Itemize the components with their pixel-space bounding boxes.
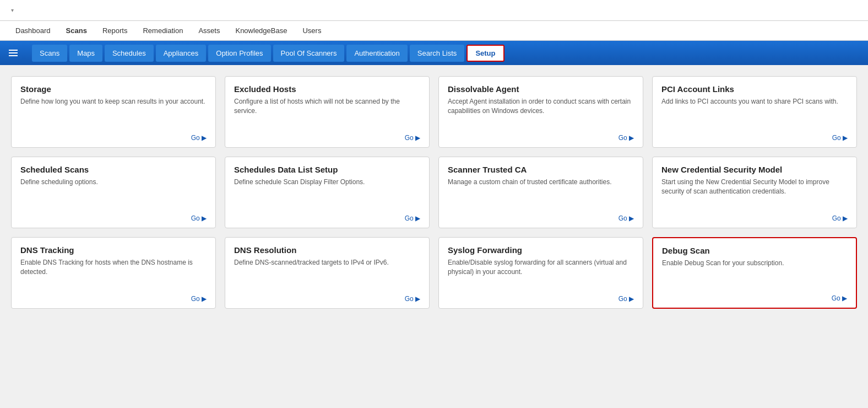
card-desc: Add links to PCI accounts you want to sh… [661, 97, 848, 128]
card-1-1: Schedules Data List SetupDefine schedule… [225, 157, 430, 228]
sub-nav-tab-option-profiles[interactable]: Option Profiles [208, 45, 270, 62]
card-2-2: Syslog ForwardingEnable/Disable syslog f… [438, 237, 643, 309]
card-title: Excluded Hosts [234, 84, 420, 94]
nav-item-reports[interactable]: Reports [95, 22, 135, 39]
card-2-1: DNS ResolutionDefine DNS-scanned/tracked… [225, 237, 430, 309]
scans-list-icon [9, 50, 18, 56]
card-0-1: Excluded HostsConfigure a list of hosts … [225, 76, 430, 148]
card-0-3: PCI Account LinksAdd links to PCI accoun… [652, 76, 857, 148]
card-go-link[interactable]: Go ▶ [405, 295, 420, 303]
card-title: Scheduled Scans [20, 165, 207, 174]
card-title: Dissolvable Agent [448, 84, 634, 94]
cards-grid: StorageDefine how long you want to keep … [11, 76, 857, 309]
card-1-3: New Credential Security ModelStart using… [652, 157, 857, 228]
app-dropdown-arrow[interactable]: ▾ [11, 7, 14, 13]
card-go-link[interactable]: Go ▶ [619, 295, 634, 303]
nav-item-dashboard[interactable]: Dashboard [8, 22, 58, 39]
nav-item-remediation[interactable]: Remediation [135, 22, 191, 39]
card-go-link[interactable]: Go ▶ [405, 214, 420, 222]
main-content: StorageDefine how long you want to keep … [0, 65, 868, 408]
card-desc: Define schedule Scan Display Filter Opti… [234, 178, 420, 208]
card-desc: Enable Debug Scan for your subscription. [662, 259, 847, 288]
sub-nav-tab-appliances[interactable]: Appliances [156, 45, 207, 62]
sub-nav-tab-setup[interactable]: Setup [466, 45, 504, 62]
nav-item-scans[interactable]: Scans [58, 22, 95, 39]
card-title: DNS Tracking [20, 245, 207, 255]
card-desc: Define how long you want to keep scan re… [20, 97, 207, 128]
sub-nav-tab-authentication[interactable]: Authentication [346, 45, 407, 62]
card-desc: Enable DNS Tracking for hosts when the D… [20, 258, 207, 289]
card-desc: Enable/Disable syslog forwarding for all… [448, 258, 634, 289]
card-desc: Manage a custom chain of trusted certifi… [448, 178, 634, 208]
card-go-link[interactable]: Go ▶ [619, 134, 634, 142]
card-2-0: DNS TrackingEnable DNS Tracking for host… [11, 237, 216, 309]
sub-nav-tab-search-lists[interactable]: Search Lists [410, 45, 465, 62]
card-title: PCI Account Links [661, 84, 848, 94]
sub-nav-tabs: ScansMapsSchedulesAppliancesOption Profi… [31, 45, 506, 62]
card-go-link[interactable]: Go ▶ [832, 134, 848, 142]
card-title: Storage [20, 84, 207, 94]
card-0-0: StorageDefine how long you want to keep … [11, 76, 216, 148]
sub-nav-tab-maps[interactable]: Maps [69, 45, 102, 62]
sub-nav-tab-pool-of-scanners[interactable]: Pool Of Scanners [273, 45, 345, 62]
card-1-2: Scanner Trusted CAManage a custom chain … [438, 157, 643, 228]
card-title: Debug Scan [662, 246, 847, 255]
sub-nav: ScansMapsSchedulesAppliancesOption Profi… [0, 41, 868, 65]
card-desc: Start using the New Credential Security … [661, 178, 848, 208]
nav-item-users[interactable]: Users [295, 22, 329, 39]
app-title-area: ▾ [8, 7, 14, 13]
card-go-link[interactable]: Go ▶ [832, 294, 847, 302]
card-desc: Configure a list of hosts which will not… [234, 97, 420, 128]
card-2-3: Debug ScanEnable Debug Scan for your sub… [652, 237, 857, 309]
top-bar: ▾ [0, 0, 868, 21]
main-nav: DashboardScansReportsRemediationAssetsKn… [8, 22, 329, 39]
card-go-link[interactable]: Go ▶ [191, 134, 207, 142]
sub-nav-tab-scans[interactable]: Scans [32, 45, 67, 62]
sub-nav-tab-schedules[interactable]: Schedules [105, 45, 154, 62]
card-desc: Accept Agent installation in order to co… [448, 97, 634, 128]
card-title: Syslog Forwarding [448, 245, 634, 255]
card-title: Scanner Trusted CA [448, 165, 634, 174]
card-title: Schedules Data List Setup [234, 165, 420, 174]
nav-item-knowledgebase[interactable]: KnowledgeBase [227, 22, 295, 39]
card-go-link[interactable]: Go ▶ [832, 214, 848, 222]
card-1-0: Scheduled ScansDefine scheduling options… [11, 157, 216, 228]
nav-bar: DashboardScansReportsRemediationAssetsKn… [0, 21, 868, 41]
card-title: DNS Resolution [234, 245, 420, 255]
card-title: New Credential Security Model [661, 165, 848, 174]
nav-item-assets[interactable]: Assets [191, 22, 227, 39]
card-go-link[interactable]: Go ▶ [405, 134, 420, 142]
card-0-2: Dissolvable AgentAccept Agent installati… [438, 76, 643, 148]
card-go-link[interactable]: Go ▶ [619, 214, 634, 222]
card-desc: Define DNS-scanned/tracked targets to IP… [234, 258, 420, 289]
card-go-link[interactable]: Go ▶ [191, 295, 207, 303]
card-desc: Define scheduling options. [20, 178, 207, 208]
sub-nav-title [6, 50, 29, 56]
card-go-link[interactable]: Go ▶ [191, 214, 207, 222]
